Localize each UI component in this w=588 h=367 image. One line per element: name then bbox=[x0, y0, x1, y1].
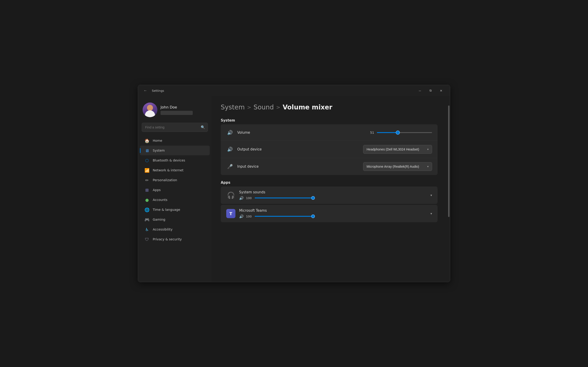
output-device-dropdown[interactable]: Headphones (Dell WL3024 Headset) ▾ bbox=[363, 145, 432, 154]
teams-row: T Microsoft Teams 🔊 100 bbox=[221, 205, 438, 222]
main-content: System > Sound > Volume mixer System 🔊 V… bbox=[212, 96, 447, 282]
minimize-button[interactable]: ─ bbox=[415, 87, 425, 94]
output-device-row: 🔊 Output device Headphones (Dell WL3024 … bbox=[221, 141, 438, 158]
sidebar-item-system[interactable]: 🖥System bbox=[140, 146, 210, 155]
output-device-value: Headphones (Dell WL3024 Headset) bbox=[367, 148, 419, 151]
sidebar-label-privacy: Privacy & security bbox=[153, 237, 182, 241]
search-box: 🔍 bbox=[142, 123, 208, 132]
input-control: Microphone Array (Realtek(R) Audio) ▾ bbox=[363, 162, 432, 171]
back-button[interactable]: ← bbox=[142, 87, 149, 94]
input-icon: 🎤 bbox=[226, 163, 233, 170]
sidebar-nav: 🏠Home🖥System⬡Bluetooth & devices📶Network… bbox=[138, 135, 212, 244]
sidebar-item-accessibility[interactable]: ♿Accessibility bbox=[140, 225, 210, 234]
close-button[interactable]: ✕ bbox=[436, 87, 446, 94]
sidebar-item-bluetooth[interactable]: ⬡Bluetooth & devices bbox=[140, 156, 210, 165]
breadcrumb-sep-1: > bbox=[247, 104, 251, 110]
titlebar-left: ← Settings bbox=[142, 87, 164, 94]
system-sounds-card: 🎧 System sounds 🔊 100 bbox=[221, 186, 438, 204]
home-icon: 🏠 bbox=[145, 138, 149, 143]
accounts-icon: ● bbox=[145, 197, 149, 202]
sidebar-item-accounts[interactable]: ●Accounts bbox=[140, 195, 210, 205]
breadcrumb-system[interactable]: System bbox=[221, 103, 245, 111]
gaming-icon: 🎮 bbox=[145, 217, 149, 222]
volume-label: Volume bbox=[237, 131, 368, 135]
input-device-dropdown[interactable]: Microphone Array (Realtek(R) Audio) ▾ bbox=[363, 162, 432, 171]
sidebar-label-bluetooth: Bluetooth & devices bbox=[153, 158, 185, 162]
sidebar-item-privacy[interactable]: 🛡Privacy & security bbox=[140, 234, 210, 244]
dropdown-arrow-input: ▾ bbox=[427, 165, 429, 168]
personalization-icon: ✏ bbox=[145, 177, 149, 183]
teams-slider-row: 🔊 100 bbox=[239, 214, 431, 219]
system-sounds-vol-icon: 🔊 bbox=[239, 196, 244, 200]
privacy-icon: 🛡 bbox=[145, 237, 149, 242]
system-sounds-expand[interactable]: ▾ bbox=[431, 193, 432, 197]
sidebar-label-gaming: Gaming bbox=[153, 218, 165, 221]
teams-slider[interactable] bbox=[255, 214, 314, 219]
avatar bbox=[143, 102, 157, 117]
sidebar-item-gaming[interactable]: 🎮Gaming bbox=[140, 215, 210, 224]
dropdown-arrow-output: ▾ bbox=[427, 148, 429, 151]
teams-vol-icon: 🔊 bbox=[239, 214, 244, 219]
sidebar-label-accounts: Accounts bbox=[153, 198, 167, 202]
time-icon: 🌐 bbox=[145, 207, 149, 212]
sidebar-label-personalization: Personalization bbox=[153, 178, 177, 182]
search-input[interactable] bbox=[142, 123, 208, 132]
sidebar-item-apps[interactable]: ⊞Apps bbox=[140, 185, 210, 195]
user-name: John Doe bbox=[161, 105, 193, 109]
output-icon: 🔊 bbox=[226, 146, 233, 153]
system-sounds-slider-row: 🔊 100 bbox=[239, 196, 431, 200]
breadcrumb-sep-2: > bbox=[276, 104, 280, 110]
system-section-title: System bbox=[221, 118, 438, 123]
system-sounds-icon: 🎧 bbox=[226, 191, 235, 200]
volume-control: 51 bbox=[368, 130, 432, 135]
output-control: Headphones (Dell WL3024 Headset) ▾ bbox=[363, 145, 432, 154]
accessibility-icon: ♿ bbox=[145, 227, 149, 232]
apps-icon: ⊞ bbox=[145, 187, 149, 192]
system-sounds-row: 🎧 System sounds 🔊 100 bbox=[221, 186, 438, 204]
sidebar-label-system: System bbox=[153, 149, 165, 152]
teams-card: T Microsoft Teams 🔊 100 bbox=[221, 205, 438, 222]
breadcrumb-current: Volume mixer bbox=[283, 103, 332, 111]
system-sounds-vol-value: 100 bbox=[246, 196, 252, 200]
breadcrumb-sound[interactable]: Sound bbox=[254, 103, 274, 111]
user-info: John Doe bbox=[161, 105, 193, 115]
sidebar-item-network[interactable]: 📶Network & internet bbox=[140, 165, 210, 175]
system-sounds-info: System sounds 🔊 100 bbox=[239, 190, 431, 200]
content-area: John Doe 🔍 🏠Home🖥System⬡Bluetooth & devi… bbox=[138, 96, 450, 282]
sidebar: John Doe 🔍 🏠Home🖥System⬡Bluetooth & devi… bbox=[138, 96, 212, 282]
titlebar: ← Settings ─ ⧉ ✕ bbox=[138, 85, 450, 96]
apps-section: Apps 🎧 System sounds 🔊 100 bbox=[221, 181, 438, 222]
system-sounds-slider[interactable] bbox=[255, 196, 314, 200]
user-section: John Doe bbox=[138, 100, 212, 122]
sidebar-label-home: Home bbox=[153, 139, 162, 142]
sidebar-label-network: Network & internet bbox=[153, 168, 183, 172]
teams-info: Microsoft Teams 🔊 100 bbox=[239, 209, 431, 219]
sidebar-item-time[interactable]: 🌐Time & language bbox=[140, 205, 210, 215]
teams-expand[interactable]: ▾ bbox=[431, 212, 432, 215]
window-controls: ─ ⧉ ✕ bbox=[415, 87, 446, 94]
scrollbar-thumb[interactable] bbox=[448, 106, 450, 217]
volume-slider[interactable] bbox=[377, 130, 432, 135]
system-icon: 🖥 bbox=[145, 148, 149, 153]
system-sounds-name: System sounds bbox=[239, 190, 431, 194]
sidebar-label-accessibility: Accessibility bbox=[153, 227, 173, 231]
sidebar-item-personalization[interactable]: ✏Personalization bbox=[140, 175, 210, 185]
network-icon: 📶 bbox=[145, 168, 149, 173]
teams-vol-value: 100 bbox=[246, 215, 252, 218]
volume-icon: 🔊 bbox=[226, 129, 233, 136]
sidebar-item-home[interactable]: 🏠Home bbox=[140, 136, 210, 145]
breadcrumb: System > Sound > Volume mixer bbox=[221, 103, 438, 111]
window-title: Settings bbox=[152, 89, 164, 92]
volume-row: 🔊 Volume 51 bbox=[221, 124, 438, 141]
settings-window: ← Settings ─ ⧉ ✕ John bbox=[138, 85, 450, 282]
volume-value: 51 bbox=[368, 131, 374, 134]
system-card: 🔊 Volume 51 🔊 Out bbox=[221, 124, 438, 175]
scrollbar[interactable] bbox=[447, 96, 450, 282]
bluetooth-icon: ⬡ bbox=[145, 158, 149, 163]
input-label: Input device bbox=[237, 165, 363, 169]
maximize-button[interactable]: ⧉ bbox=[425, 87, 436, 94]
output-label: Output device bbox=[237, 147, 363, 151]
teams-icon: T bbox=[226, 209, 235, 218]
user-status-bar bbox=[161, 111, 193, 115]
apps-section-title: Apps bbox=[221, 181, 438, 185]
